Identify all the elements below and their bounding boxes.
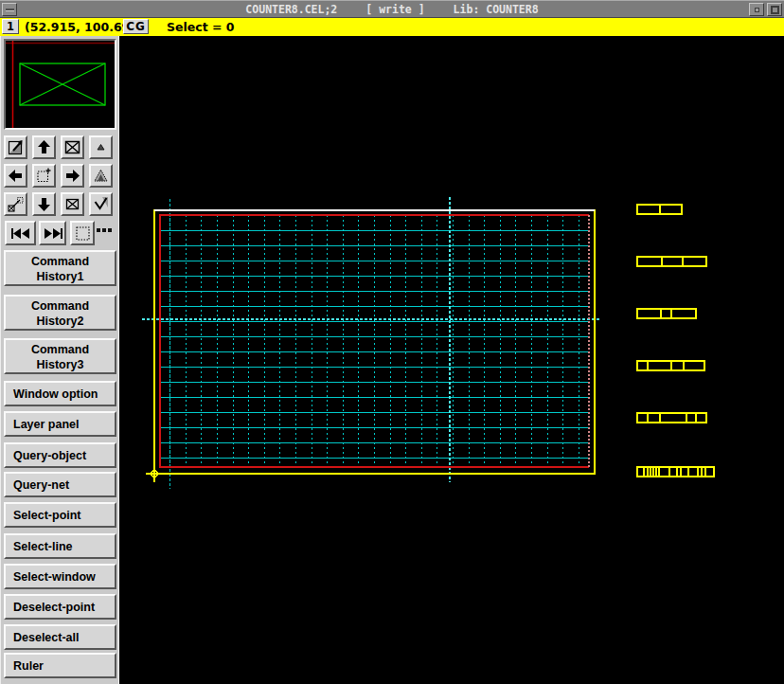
edit-cell-icon (7, 138, 25, 156)
title-write-mode: [ write ] (365, 3, 424, 16)
pan-right-icon (63, 167, 81, 185)
zoom-out-button[interactable] (89, 135, 113, 159)
window-number-badge[interactable]: 1 (2, 19, 19, 34)
pan-down-button[interactable] (32, 192, 56, 216)
select-area-button[interactable] (70, 221, 95, 245)
pan-up-button[interactable] (32, 135, 56, 159)
status-bar: 1 (52.915, 100.695) CG Select = 0 (0, 18, 784, 36)
select-area-icon (74, 225, 92, 243)
select-window-button[interactable]: Select-window (4, 564, 116, 589)
fit-view-icon (63, 138, 81, 156)
redraw-button[interactable] (89, 192, 113, 216)
more-options-button[interactable] (97, 228, 116, 232)
maximize-button[interactable] (767, 3, 782, 16)
minimize-icon (755, 8, 759, 12)
pan-right-button[interactable] (61, 164, 84, 188)
command-history3-button[interactable]: Command History3 (4, 338, 116, 374)
fit-view-button[interactable] (61, 135, 84, 159)
layer-panel-button[interactable]: Layer panel (4, 411, 116, 437)
select-line-button[interactable]: Select-line (4, 533, 116, 559)
minimize-button[interactable] (749, 3, 764, 16)
window-option-button[interactable]: Window option (4, 381, 116, 406)
layout-canvas[interactable] (119, 36, 784, 684)
query-net-button[interactable]: Query-net (4, 472, 116, 497)
pan-up-icon (35, 138, 53, 156)
go-first-button[interactable] (5, 221, 36, 245)
overview-panel[interactable] (4, 39, 116, 130)
deselect-all-button[interactable]: Deselect-all (4, 624, 116, 650)
window-title: COUNTER8.CEL;2 [ write ] Lib: COUNTER8 (0, 1, 784, 17)
sidebar: Command History1 Command History2 Comman… (0, 36, 119, 684)
titlebar: COUNTER8.CEL;2 [ write ] Lib: COUNTER8 (0, 0, 784, 18)
button-label: Command (31, 343, 89, 356)
button-label: Command (31, 299, 89, 313)
command-history1-button[interactable]: Command History1 (4, 250, 116, 286)
select-count: Select = 0 (167, 18, 235, 36)
command-history2-button[interactable]: Command History2 (4, 295, 116, 331)
pan-left-button[interactable] (4, 164, 27, 188)
pan-down-icon (35, 195, 53, 213)
more-options-icon (108, 228, 112, 232)
go-last-icon (41, 225, 64, 243)
overview-thumbnail (6, 41, 115, 128)
zoom-window-button[interactable] (32, 164, 56, 188)
window-menu-icon (6, 9, 14, 11)
zoom-in-icon (92, 167, 110, 185)
button-label: History3 (36, 358, 83, 371)
zoom-in-button[interactable] (89, 164, 113, 188)
more-options-icon (97, 228, 100, 232)
go-first-icon (9, 225, 33, 243)
button-label: Command (31, 255, 89, 268)
fit-cell-button[interactable] (61, 192, 84, 216)
go-last-button[interactable] (39, 221, 66, 245)
zoom-window-icon (35, 167, 53, 185)
maximize-icon (771, 6, 779, 14)
fit-cell-icon (63, 195, 81, 213)
select-point-button[interactable]: Select-point (4, 502, 116, 528)
button-label: History1 (36, 270, 83, 283)
title-cell-name: COUNTER8.CEL;2 (245, 3, 337, 16)
query-object-button[interactable]: Query-object (4, 442, 116, 468)
app-window: COUNTER8.CEL;2 [ write ] Lib: COUNTER8 1… (0, 0, 784, 684)
title-library: Lib: COUNTER8 (454, 3, 539, 16)
edit-cell-button[interactable] (4, 135, 27, 159)
cg-mode-badge[interactable]: CG (123, 19, 149, 34)
zoom-out-icon (92, 138, 110, 156)
pan-left-icon (7, 167, 25, 185)
measure-button[interactable] (4, 192, 27, 216)
more-options-icon (102, 228, 106, 232)
button-label: History2 (36, 315, 83, 328)
measure-icon (7, 195, 25, 213)
deselect-point-button[interactable]: Deselect-point (4, 594, 116, 620)
redraw-icon (92, 195, 110, 213)
ruler-button[interactable]: Ruler (4, 653, 116, 678)
window-menu-button[interactable] (2, 3, 17, 16)
